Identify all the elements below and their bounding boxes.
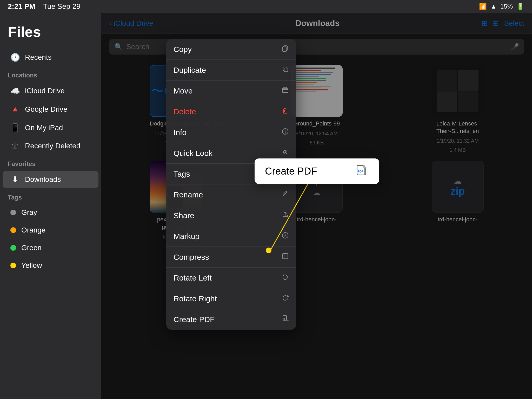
status-right: 📶 ▲ 15% 🔋 [479, 3, 524, 10]
sidebar-title: Files [0, 21, 101, 48]
tag-dot-gray [10, 210, 16, 215]
menu-label-tags: Tags [174, 170, 190, 178]
svg-rect-15 [284, 68, 288, 72]
overlay[interactable] [101, 13, 532, 399]
menu-item-markup[interactable]: Markup A [166, 226, 296, 247]
copy-icon [282, 45, 289, 54]
tags-section: Tags [0, 189, 101, 204]
rotate-right-icon [282, 294, 289, 303]
deleted-label: Recently Deleted [25, 142, 80, 150]
ipad-icon: 📱 [10, 123, 20, 132]
callout-label: Create PDF [265, 166, 317, 177]
recents-icon: 🕐 [10, 53, 20, 62]
content-area: ‹ iCloud Drive Downloads ⊞ ⊞ Select 🔍 Se… [101, 13, 532, 399]
menu-label-info: Info [174, 128, 187, 137]
recents-label: Recents [25, 53, 52, 62]
tag-green-label: Green [21, 244, 42, 252]
tag-dot-yellow [10, 263, 16, 268]
tag-dot-green [10, 245, 16, 251]
menu-item-compress[interactable]: Compress [166, 247, 296, 268]
icloud-icon: ☁️ [10, 86, 20, 95]
trash-icon: 🗑 [10, 142, 20, 150]
sidebar-item-tag-orange[interactable]: Orange [3, 222, 98, 238]
tag-orange-label: Orange [21, 226, 45, 234]
menu-item-create-pdf[interactable]: Create PDF PDF [166, 309, 296, 330]
sidebar-item-google[interactable]: 🔺 Google Drive [3, 101, 98, 118]
sidebar-item-tag-yellow[interactable]: Yellow [3, 257, 98, 274]
menu-item-rotate-right[interactable]: Rotate Right [166, 288, 296, 309]
menu-item-info[interactable]: Info [166, 122, 296, 143]
menu-label-rename: Rename [174, 190, 203, 199]
context-menu: Copy Duplicate Move [166, 39, 296, 330]
menu-label-create-pdf: Create PDF [174, 315, 215, 324]
sidebar-item-recents[interactable]: 🕐 Recents [3, 49, 98, 66]
create-pdf-callout: Create PDF PDF [255, 158, 379, 184]
svg-rect-13 [283, 47, 286, 51]
menu-label-markup: Markup [174, 232, 200, 241]
svg-text:PDF: PDF [285, 320, 289, 321]
info-icon [282, 128, 289, 137]
sidebar-item-icloud[interactable]: ☁️ iCloud Drive [3, 82, 98, 99]
sidebar: Files 🕐 Recents Locations ☁️ iCloud Driv… [0, 13, 101, 399]
annotation-dot [266, 248, 271, 253]
duplicate-icon [282, 65, 289, 75]
svg-text:A: A [284, 234, 287, 238]
callout-pdf-icon: PDF [356, 165, 369, 178]
menu-item-rename[interactable]: Rename [166, 184, 296, 205]
menu-label-copy: Copy [174, 45, 192, 54]
battery-level: 15% [500, 3, 513, 10]
delete-icon [282, 107, 289, 116]
sidebar-item-ipad[interactable]: 📱 On My iPad [3, 119, 98, 136]
tag-dot-orange [10, 227, 16, 233]
tag-gray-label: Gray [21, 208, 37, 217]
ipad-label: On My iPad [25, 124, 63, 132]
menu-item-move[interactable]: Move [166, 81, 296, 101]
svg-rect-16 [282, 88, 288, 92]
favorites-section: Favorites [0, 155, 101, 170]
tag-yellow-label: Yellow [21, 261, 42, 270]
menu-label-delete: Delete [174, 107, 196, 116]
downloads-icon: ⬇ [10, 175, 20, 184]
status-bar: 2:21 PM Tue Sep 29 📶 ▲ 15% 🔋 [0, 0, 532, 13]
share-icon [282, 211, 289, 220]
signal-icon: ▲ [490, 3, 497, 10]
menu-label-rotate-left: Rotate Left [174, 274, 212, 282]
move-icon [282, 86, 289, 95]
icloud-label: iCloud Drive [25, 87, 65, 95]
battery-icon: 🔋 [516, 3, 524, 10]
menu-item-delete[interactable]: Delete [166, 101, 296, 122]
menu-label-quicklook: Quick Look [174, 149, 212, 158]
svg-point-21 [284, 151, 286, 153]
google-icon: 🔺 [10, 105, 20, 114]
menu-label-rotate-right: Rotate Right [174, 294, 217, 303]
svg-rect-25 [283, 254, 288, 259]
menu-item-share[interactable]: Share [166, 205, 296, 226]
menu-item-copy[interactable]: Copy [166, 39, 296, 60]
rotate-left-icon [282, 273, 289, 282]
downloads-label: Downloads [25, 175, 61, 184]
menu-label-move: Move [174, 87, 192, 95]
status-left: 2:21 PM Tue Sep 29 [8, 2, 81, 11]
menu-label-share: Share [174, 211, 194, 220]
sidebar-item-tag-green[interactable]: Green [3, 240, 98, 256]
app-container: Files 🕐 Recents Locations ☁️ iCloud Driv… [0, 13, 532, 399]
rename-icon [282, 190, 289, 199]
status-time: 2:21 PM [8, 2, 35, 11]
status-date: Tue Sep 29 [43, 2, 81, 11]
compress-icon [282, 252, 289, 262]
quicklook-icon [282, 149, 289, 158]
wifi-icon: 📶 [479, 3, 487, 10]
create-pdf-icon: PDF [282, 315, 289, 324]
locations-section: Locations [0, 66, 101, 82]
menu-item-duplicate[interactable]: Duplicate [166, 60, 296, 81]
google-label: Google Drive [25, 105, 67, 114]
sidebar-item-tag-gray[interactable]: Gray [3, 204, 98, 221]
markup-icon: A [282, 232, 289, 241]
menu-label-duplicate: Duplicate [174, 66, 206, 75]
sidebar-item-deleted[interactable]: 🗑 Recently Deleted [3, 137, 98, 155]
svg-text:PDF: PDF [358, 170, 363, 173]
menu-label-compress: Compress [174, 253, 209, 262]
svg-point-19 [285, 130, 286, 130]
menu-item-rotate-left[interactable]: Rotate Left [166, 268, 296, 288]
sidebar-item-downloads[interactable]: ⬇ Downloads [3, 171, 98, 188]
